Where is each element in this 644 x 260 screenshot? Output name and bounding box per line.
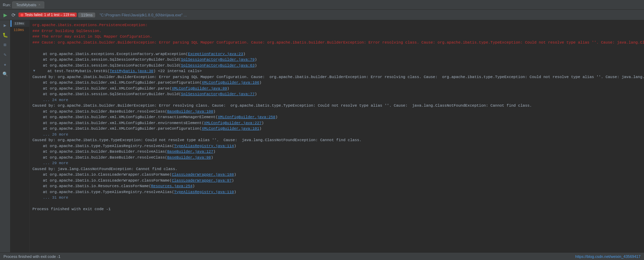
sidebar-icon-debug[interactable]: 🐛 (1, 31, 9, 39)
sidebar-icon-structure[interactable]: ⊞ (1, 41, 9, 49)
tab-testmybatis[interactable]: TestMybatis × (12, 1, 44, 8)
stack-link-3[interactable]: SqlSessionFactoryBuilder.java:63 (181, 63, 255, 68)
log-stack-3: at org.apache.ibatis.session.SqlSessionF… (32, 63, 641, 69)
rerun-button[interactable]: ⟳ (10, 12, 17, 18)
log-caused-1: Caused by: org.apache.ibatis.builder.Bui… (32, 74, 641, 80)
time-badge-1: 119ms (14, 22, 25, 25)
status-dot (21, 14, 23, 16)
stack-link-1[interactable]: ExceptionFactory.java:23 (188, 52, 243, 56)
stack-link-9[interactable]: XMLConfigBuilder.java:258 (218, 115, 275, 119)
time-badge: 119ms (78, 13, 95, 17)
stack-link-14[interactable]: BaseBuilder.java:98 (167, 155, 211, 160)
stack-link-4[interactable]: TestMybatis.java:30 (109, 69, 153, 73)
log-stack-17: at org.apache.ibatis.io.Resources.classF… (32, 183, 641, 189)
log-error-cause-main: ### Cause: org.apache.ibatis.builder.Bui… (32, 40, 641, 46)
log-stack-15: at org.apache.ibatis.io.ClassLoaderWrapp… (32, 172, 641, 178)
status-badge: Tests failed: 1 of 1 test – 119 ms (18, 13, 77, 17)
stack-link-16[interactable]: ClassLoaderWrapper.java:97 (172, 178, 232, 183)
stack-link-2[interactable]: SqlSessionFactoryBuilder.java:79 (181, 58, 255, 62)
run-label: Run: (3, 3, 11, 7)
stack-link-6[interactable]: XMLConfigBuilder.java:89 (172, 86, 227, 91)
status-text: Tests failed: 1 of 1 test – 119 ms (25, 13, 75, 17)
log-stack-7: at org.apache.ibatis.session.SqlSessionF… (32, 91, 641, 97)
bottom-bar: Process finished with exit code -1 https… (0, 252, 644, 260)
log-stack-9: at org.apache.ibatis.builder.xml.XMLConf… (32, 114, 641, 120)
log-caused-4: Caused by: java.lang.ClassNotFoundExcept… (32, 166, 641, 172)
log-blank-1 (32, 45, 641, 51)
path-label: "C:\Program Files\Java\jdk1.8.0_60\bin\j… (99, 13, 187, 17)
panel-item-119ms[interactable]: 119ms (10, 20, 29, 27)
stack-link-13[interactable]: BaseBuilder.java:127 (167, 150, 213, 154)
log-stack-18: at org.apache.ibatis.type.TypeAliasRegis… (32, 189, 641, 195)
log-stack-14: at org.apache.ibatis.builder.BaseBuilder… (32, 155, 641, 161)
log-stack-8: at org.apache.ibatis.builder.BaseBuilder… (32, 109, 641, 115)
time-value-2: 119ms (14, 28, 24, 32)
toolbar-row: ▶ ⟳ Tests failed: 1 of 1 test – 119 ms 1… (0, 10, 644, 20)
content-area[interactable]: org.apache.ibatis.exceptions.Persistence… (30, 20, 644, 252)
log-caused-2: Caused by: org.apache.ibatis.builder.Bui… (32, 103, 641, 109)
log-more-3: ... 29 more (32, 160, 641, 166)
stack-link-11[interactable]: XMLConfigBuilder.java:101 (202, 127, 259, 131)
stack-link-18[interactable]: TypeAliasRegistry.java:110 (174, 190, 234, 194)
stack-link-17[interactable]: Resources.java:254 (151, 184, 192, 188)
stack-link-5[interactable]: XMLConfigBuilder.java:106 (202, 81, 259, 85)
log-stack-2: at org.apache.ibatis.session.SqlSessionF… (32, 57, 641, 63)
log-more-4: ... 31 more (32, 195, 641, 201)
sidebar-icon-run[interactable]: ▶ (1, 22, 9, 29)
run-button[interactable]: ▶ (2, 12, 9, 18)
expand-icon-1[interactable]: ▼ (33, 68, 35, 74)
stack-link-7[interactable]: SqlSessionFactoryBuilder.java:77 (181, 92, 255, 96)
tab-label: TestMybatis (16, 3, 36, 7)
close-icon[interactable]: × (38, 3, 40, 7)
log-error-may-exist: ### The error may exist in SQL Mapper Co… (32, 34, 641, 40)
stack-link-12[interactable]: TypeAliasRegistry.java:114 (174, 144, 234, 148)
log-more-2: ... 26 more (32, 132, 641, 138)
log-caused-3: Caused by: org.apache.ibatis.type.TypeEx… (32, 137, 641, 143)
sidebar-icon-find[interactable]: 🔍 (1, 70, 9, 78)
log-stack-5: at org.apache.ibatis.builder.xml.XMLConf… (32, 80, 641, 86)
log-stack-11: at org.apache.ibatis.builder.xml.XMLConf… (32, 126, 641, 132)
log-stack-13: at org.apache.ibatis.builder.BaseBuilder… (32, 149, 641, 155)
log-stack-10: at org.apache.ibatis.builder.xml.XMLConf… (32, 120, 641, 126)
sidebar-icon-vcs[interactable]: ✎ (1, 51, 9, 59)
log-stack-16: at org.apache.ibatis.io.ClassLoaderWrapp… (32, 178, 641, 184)
log-error-building: ### Error building SqlSession. (32, 28, 641, 34)
csdn-url[interactable]: https://blog.csdn.net/weixin_43569417 (575, 254, 641, 259)
stack-link-15[interactable]: ClassLoaderWrapper.java:188 (172, 173, 234, 177)
log-exit: Process finished with exit code -1 (32, 206, 641, 212)
top-bar: Run: TestMybatis × (0, 0, 644, 10)
log-persistence-exception: org.apache.ibatis.exceptions.Persistence… (32, 22, 641, 28)
log-stack-6: at org.apache.ibatis.builder.xml.XMLConf… (32, 86, 641, 92)
stack-link-10[interactable]: XMLConfigBuilder.java:227 (204, 121, 262, 125)
main-area: ▶ 🐛 ⊞ ✎ ★ 🔍 119ms 119ms org.apache.ibati… (0, 20, 644, 252)
exit-code-text: Process finished with exit code -1 (3, 254, 60, 259)
log-blank-2 (32, 201, 641, 207)
stack-link-8[interactable]: BaseBuilder.java:100 (167, 109, 213, 114)
log-stack-12: at org.apache.ibatis.type.TypeAliasRegis… (32, 143, 641, 149)
log-stack-1: at org.apache.ibatis.exceptions.Exceptio… (32, 51, 641, 57)
log-more-1: ... 24 more (32, 97, 641, 103)
left-sidebar: ▶ 🐛 ⊞ ✎ ★ 🔍 (0, 20, 10, 252)
left-panel: 119ms 119ms (10, 20, 30, 252)
log-stack-4: ▼ at test.TestMybatis.test01(TestMybatis… (32, 68, 641, 74)
panel-item-119ms-2[interactable]: 119ms (10, 27, 29, 33)
sidebar-icon-favorites[interactable]: ★ (1, 61, 9, 68)
